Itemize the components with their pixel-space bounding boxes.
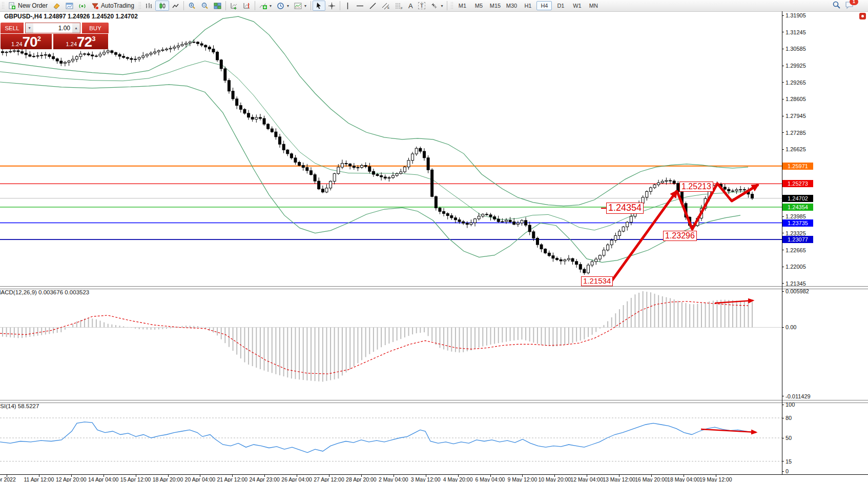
chart-ohlc-header: GBPUSD-,H4 1.24897 1.24926 1.24520 1.247… bbox=[4, 13, 138, 20]
price-annotation[interactable]: 1.25213 bbox=[679, 182, 713, 192]
axis-label: 1.26625 bbox=[786, 146, 806, 152]
add-indicator-icon bbox=[259, 2, 267, 10]
axis-label: 1.27945 bbox=[786, 113, 806, 119]
toolbar-drag-handle[interactable] bbox=[450, 2, 453, 10]
notification-badge: 1 bbox=[850, 0, 858, 5]
timeframe-h4[interactable]: H4 bbox=[536, 1, 552, 10]
arrows-tool-button[interactable]: ▾ bbox=[428, 1, 445, 11]
crosshair-icon bbox=[328, 2, 336, 10]
sell-price-base: 1.24 bbox=[11, 41, 22, 47]
zoom-in-button[interactable] bbox=[185, 1, 198, 11]
timeframe-mn[interactable]: MN bbox=[586, 1, 601, 10]
tile-windows-button[interactable] bbox=[211, 1, 224, 11]
volume-input[interactable]: 1.00 bbox=[33, 23, 72, 33]
chevron-down-icon: ▾ bbox=[270, 4, 272, 8]
equidistant-channel-tool-button[interactable]: E bbox=[379, 1, 392, 11]
zoom-out-icon bbox=[201, 2, 209, 10]
toolbar-drag-handle[interactable] bbox=[2, 2, 4, 10]
trendline-tool-button[interactable] bbox=[366, 1, 379, 11]
time-label: 28 Apr 20:00 bbox=[346, 476, 377, 482]
axis-label: 1.23325 bbox=[786, 230, 806, 236]
time-label: 16 May 20:00 bbox=[635, 476, 668, 482]
text-label-tool-button[interactable]: T bbox=[416, 1, 428, 11]
new-order-button[interactable]: New Order bbox=[6, 1, 50, 11]
zoom-out-button[interactable] bbox=[198, 1, 211, 11]
chart-alert-icon[interactable] bbox=[859, 13, 866, 19]
vertical-line-icon bbox=[344, 2, 351, 10]
time-label: 26 Apr 04:00 bbox=[281, 476, 312, 482]
templates-button[interactable]: ▾ bbox=[292, 1, 309, 11]
price-level-label: 1.25971 bbox=[782, 163, 813, 170]
bar-chart-type-button[interactable] bbox=[142, 1, 155, 11]
axis-label: 0 bbox=[786, 468, 789, 474]
buy-price-point: 3 bbox=[92, 35, 95, 43]
autotrading-label: AutoTrading bbox=[101, 2, 134, 9]
volume-stepper: ▾ 1.00 ▴ bbox=[25, 23, 80, 33]
rsi-canvas[interactable] bbox=[0, 402, 782, 474]
svg-text:E: E bbox=[387, 6, 389, 9]
time-label: 2 May 04:00 bbox=[379, 476, 408, 482]
eraser-icon bbox=[53, 2, 60, 10]
signals-button[interactable] bbox=[76, 1, 89, 11]
time-label: pr 2022 bbox=[0, 476, 16, 482]
timeframe-m5[interactable]: M5 bbox=[471, 1, 486, 10]
vertical-line-tool-button[interactable] bbox=[342, 1, 354, 11]
annotation-pointer bbox=[601, 208, 606, 209]
timeframe-h1[interactable]: H1 bbox=[520, 1, 535, 10]
time-label: 14 Apr 04:00 bbox=[88, 476, 119, 482]
price-annotation[interactable]: 1.23296 bbox=[663, 231, 697, 241]
buy-price-pips: 72 bbox=[77, 35, 92, 49]
timeframe-m1[interactable]: M1 bbox=[454, 1, 470, 10]
crosshair-tool-button[interactable] bbox=[325, 1, 338, 11]
axis-label: 80 bbox=[786, 415, 792, 421]
text-tool-button[interactable]: A bbox=[406, 1, 416, 11]
fibonacci-tool-button[interactable]: F bbox=[392, 1, 406, 11]
zoom-in-icon bbox=[188, 2, 196, 10]
chart-shift-icon bbox=[243, 2, 251, 10]
volume-decrease-button[interactable]: ▾ bbox=[26, 23, 33, 33]
line-chart-icon bbox=[172, 2, 179, 10]
candlestick-chart-type-button[interactable] bbox=[155, 1, 169, 11]
horizontal-line-tool-button[interactable] bbox=[354, 1, 366, 11]
notifications-button[interactable]: 1 bbox=[845, 1, 855, 11]
autotrading-button[interactable]: AutoTrading bbox=[89, 1, 137, 11]
macd-canvas[interactable] bbox=[0, 288, 782, 400]
text-label-icon: T bbox=[418, 2, 426, 9]
axis-label: 1.23985 bbox=[786, 213, 806, 219]
time-axis[interactable]: pr 202211 Apr 12:0012 Apr 20:0014 Apr 04… bbox=[0, 474, 868, 482]
styler-button[interactable] bbox=[50, 1, 63, 11]
timeframe-m15[interactable]: M15 bbox=[487, 1, 503, 10]
cursor-tool-button[interactable] bbox=[313, 1, 325, 11]
buy-button[interactable]: BUY bbox=[82, 23, 109, 33]
sell-price-display[interactable]: 1.24 70 2 bbox=[1, 34, 52, 49]
axis-label: 1.31245 bbox=[786, 29, 806, 35]
sell-button[interactable]: SELL bbox=[1, 23, 24, 33]
price-annotation[interactable]: 1.24354 bbox=[606, 203, 644, 214]
timeframe-d1[interactable]: D1 bbox=[553, 1, 568, 10]
auto-scroll-button[interactable] bbox=[228, 1, 240, 11]
volume-increase-button[interactable]: ▴ bbox=[72, 23, 80, 33]
axis-label: 15 bbox=[786, 458, 792, 465]
chart-shift-button[interactable] bbox=[240, 1, 253, 11]
main-toolbar: New Order AutoTrading ▾ ▾ ▾ E F A bbox=[0, 0, 868, 12]
new-order-icon bbox=[8, 2, 16, 10]
timeframe-m30[interactable]: M30 bbox=[504, 1, 519, 10]
buy-price-display[interactable]: 1.24 72 3 bbox=[53, 34, 108, 49]
time-label: 18 May 04:00 bbox=[667, 476, 700, 482]
clock-icon bbox=[277, 2, 284, 10]
search-icon[interactable] bbox=[832, 1, 841, 11]
toolbar-drag-handle[interactable] bbox=[138, 2, 141, 10]
price-level-label: 1.24702 bbox=[782, 195, 813, 202]
timeframe-group: M1M5M15M30H1H4D1W1MN bbox=[454, 1, 601, 10]
channel-icon: E bbox=[382, 2, 390, 10]
time-label: 6 May 04:00 bbox=[476, 476, 505, 482]
add-indicator-button[interactable]: ▾ bbox=[257, 1, 274, 11]
periods-button[interactable]: ▾ bbox=[274, 1, 292, 11]
one-click-trading-panel: SELL ▾ 1.00 ▴ BUY 1.24 70 2 1.24 72 3 bbox=[1, 23, 109, 49]
market-watch-button[interactable] bbox=[63, 1, 76, 11]
timeframe-w1[interactable]: W1 bbox=[569, 1, 585, 10]
chevron-down-icon: ▾ bbox=[304, 4, 306, 8]
price-annotation[interactable]: 1.21534 bbox=[581, 276, 613, 286]
main-chart-canvas[interactable] bbox=[0, 11, 782, 286]
line-chart-type-button[interactable] bbox=[169, 1, 182, 11]
